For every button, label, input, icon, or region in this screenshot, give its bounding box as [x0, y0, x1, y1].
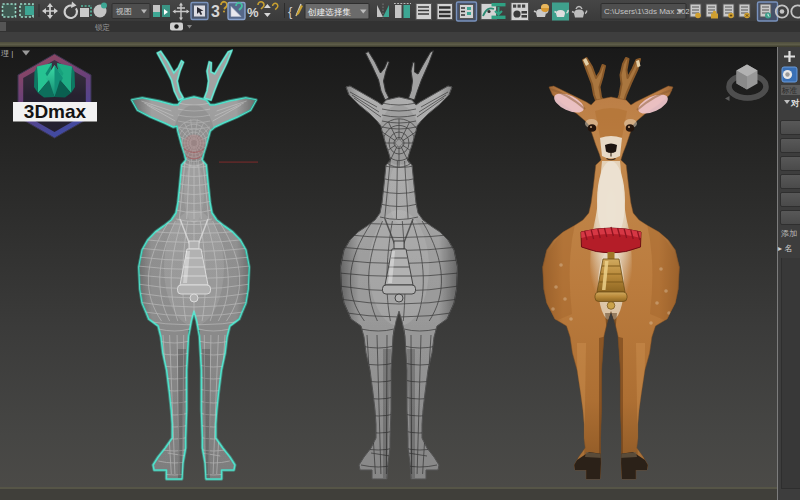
svg-text:对: 对	[790, 98, 800, 108]
svg-text:创建选择集: 创建选择集	[307, 7, 351, 17]
svg-text:3: 3	[211, 3, 220, 20]
svg-text:{: {	[288, 4, 293, 19]
svg-text:3Dmax: 3Dmax	[24, 101, 87, 122]
svg-text:%: %	[247, 5, 259, 20]
svg-text:视图: 视图	[115, 7, 132, 16]
svg-text:锁定: 锁定	[94, 23, 110, 32]
svg-text:标准: 标准	[781, 86, 798, 95]
